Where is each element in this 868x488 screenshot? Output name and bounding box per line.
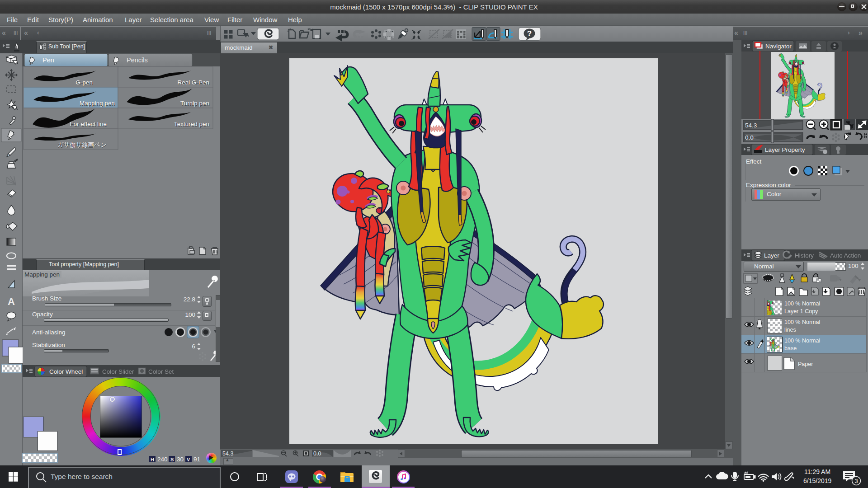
svg-text:30: 30 bbox=[177, 456, 184, 463]
svg-text:Pencils: Pencils bbox=[127, 56, 148, 64]
svg-text:Layer: Layer bbox=[764, 252, 779, 259]
svg-text:Color Set: Color Set bbox=[148, 368, 174, 375]
svg-text:A: A bbox=[8, 296, 15, 307]
svg-text:Textured pen: Textured pen bbox=[174, 121, 209, 127]
svg-text:Auto Action: Auto Action bbox=[830, 252, 861, 259]
svg-text:V: V bbox=[187, 457, 190, 462]
svg-text:For effect line: For effect line bbox=[70, 121, 107, 127]
svg-text:ガサ伽サ線画ペン: ガサ伽サ線画ペン bbox=[57, 141, 107, 148]
svg-text:54.3: 54.3 bbox=[222, 450, 233, 457]
svg-text:54.3: 54.3 bbox=[745, 122, 757, 129]
svg-text:Turnip pen: Turnip pen bbox=[180, 100, 209, 107]
svg-text:0.0: 0.0 bbox=[745, 134, 754, 141]
svg-text:S: S bbox=[170, 457, 174, 462]
svg-text:3: 3 bbox=[854, 478, 858, 484]
svg-text:Real G-Pen: Real G-Pen bbox=[177, 79, 209, 86]
svg-text:Layer Property: Layer Property bbox=[765, 146, 805, 153]
svg-text:0.0: 0.0 bbox=[313, 450, 321, 457]
svg-text:Color Slider: Color Slider bbox=[102, 368, 134, 375]
svg-text:?: ? bbox=[527, 29, 532, 38]
svg-text:Mapping pen: Mapping pen bbox=[80, 100, 115, 107]
svg-text:G-pen: G-pen bbox=[75, 79, 93, 86]
svg-text:91: 91 bbox=[193, 456, 200, 463]
svg-text:Navigator: Navigator bbox=[765, 43, 792, 50]
svg-text:240: 240 bbox=[157, 456, 168, 463]
svg-text:Pen: Pen bbox=[42, 56, 54, 64]
svg-text:History: History bbox=[795, 252, 814, 259]
svg-text:H: H bbox=[151, 457, 154, 462]
svg-text:Color Wheel: Color Wheel bbox=[49, 368, 83, 375]
